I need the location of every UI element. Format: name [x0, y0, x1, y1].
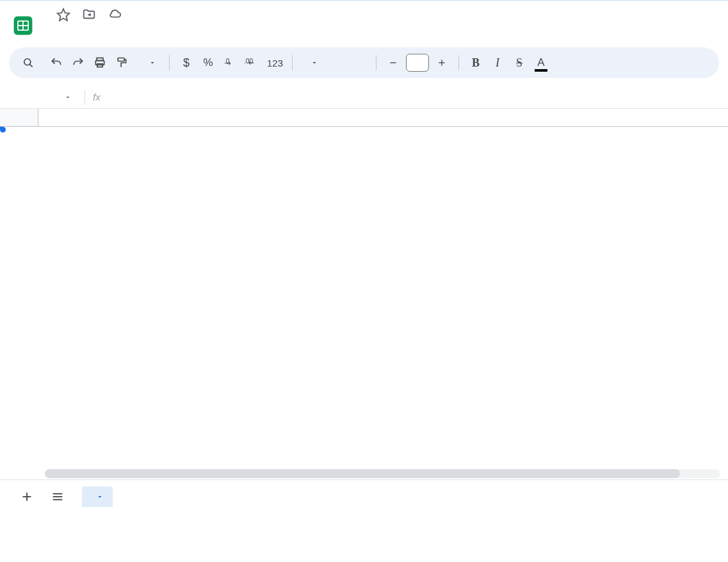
move-folder-icon[interactable]: [82, 8, 96, 22]
name-box[interactable]: [6, 93, 77, 101]
svg-rect-10: [118, 58, 124, 61]
increase-decimal-icon[interactable]: .00: [241, 52, 263, 73]
fx-icon: fx: [93, 92, 101, 102]
sheet-tab[interactable]: [82, 486, 113, 507]
formula-bar-input[interactable]: [101, 86, 728, 108]
horizontal-scrollbar[interactable]: [45, 469, 720, 478]
font-family-select[interactable]: [299, 59, 369, 67]
more-formats-icon[interactable]: 123: [264, 52, 286, 73]
italic-button[interactable]: I: [487, 52, 508, 73]
undo-icon[interactable]: [46, 52, 67, 73]
increase-fontsize-icon[interactable]: [432, 52, 452, 73]
document-title[interactable]: [42, 13, 47, 16]
all-sheets-button[interactable]: [44, 483, 72, 511]
spreadsheet-grid: [0, 109, 728, 480]
currency-format-icon[interactable]: $: [176, 52, 197, 73]
zoom-dropdown-icon[interactable]: [142, 52, 163, 73]
cloud-status-icon[interactable]: [108, 8, 122, 22]
select-all-corner[interactable]: [0, 109, 38, 126]
paint-format-icon[interactable]: [111, 52, 132, 73]
decrease-decimal-icon[interactable]: .0: [220, 52, 240, 73]
bold-button[interactable]: B: [465, 52, 486, 73]
chevron-down-icon: [64, 93, 72, 101]
search-menus-icon[interactable]: [18, 52, 38, 73]
redo-icon[interactable]: [68, 52, 88, 73]
percent-format-icon[interactable]: %: [198, 52, 218, 73]
svg-text:.00: .00: [244, 58, 254, 65]
add-sheet-button[interactable]: [13, 483, 41, 511]
text-color-button[interactable]: A: [531, 52, 551, 73]
svg-line-6: [30, 65, 33, 67]
svg-marker-4: [58, 9, 69, 20]
decrease-fontsize-icon[interactable]: [383, 52, 403, 73]
fontsize-input[interactable]: [406, 54, 429, 72]
chevron-down-icon: [96, 493, 104, 501]
star-icon[interactable]: [56, 8, 70, 22]
print-icon[interactable]: [90, 52, 110, 73]
sheets-logo[interactable]: [10, 10, 36, 41]
svg-point-5: [24, 59, 31, 65]
toolbar: $ % .0 .00 123 B I S A: [9, 47, 719, 78]
strikethrough-button[interactable]: S: [509, 52, 530, 73]
